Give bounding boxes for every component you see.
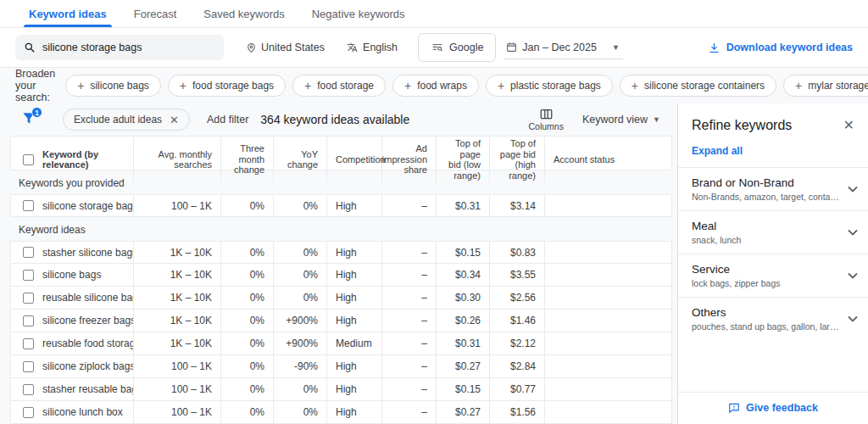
location-label: United States — [261, 42, 325, 53]
col-account-status[interactable]: Account status — [545, 137, 671, 182]
row-checkbox[interactable] — [23, 361, 34, 372]
refine-category-service[interactable]: Service lock bags, zipper bags — [678, 254, 868, 297]
plus-icon: + — [77, 79, 84, 92]
row-checkbox[interactable] — [23, 384, 34, 395]
broaden-chip[interactable]: +food storage — [292, 75, 386, 97]
col-competition[interactable]: Competition — [327, 137, 382, 182]
tab-forecast[interactable]: Forecast — [120, 0, 191, 27]
translate-icon — [347, 42, 359, 53]
download-icon — [708, 42, 721, 54]
search-query: silicone storage bags — [42, 42, 142, 53]
table-row[interactable]: silicone lunch box 100 – 1K 0% 0% High –… — [10, 401, 672, 424]
broaden-label: Broaden your search: — [15, 68, 55, 103]
filter-count-badge: 1 — [31, 107, 42, 118]
plus-icon: + — [404, 79, 411, 92]
download-keyword-ideas-button[interactable]: Download keyword ideas — [708, 42, 853, 54]
table-row[interactable]: silicone storage bags 100 – 1K 0% 0% Hig… — [10, 194, 672, 217]
col-three-month-change[interactable]: Three month change — [221, 137, 274, 182]
broaden-chip[interactable]: +food wraps — [392, 75, 479, 97]
network-label: Google — [449, 42, 483, 53]
col-top-of-page-bid-low[interactable]: Top of page bid (low range) — [437, 137, 490, 182]
table-row[interactable]: reusable silicone bags 1K – 10K 0% 0% Hi… — [10, 287, 672, 310]
date-range-selector[interactable]: Jan – Dec 2025 ▼ — [504, 36, 622, 59]
add-filter-button[interactable]: Add filter — [207, 114, 248, 126]
col-ad-impression-share[interactable]: Ad impression share — [382, 137, 437, 182]
close-icon[interactable]: ✕ — [170, 114, 179, 126]
refine-category-meal[interactable]: Meal snack, lunch — [678, 210, 868, 254]
broaden-chip[interactable]: +mylar storage bags — [783, 75, 868, 97]
language-label: English — [363, 42, 398, 53]
table-header: Keyword (by relevance) Avg. monthly sear… — [10, 136, 672, 170]
tab-negative-keywords[interactable]: Negative keywords — [298, 0, 419, 27]
plus-icon: + — [180, 79, 186, 92]
broaden-chip[interactable]: +silicone storage containers — [620, 75, 776, 97]
search-network-selector[interactable]: Google — [418, 33, 496, 62]
keyword-search-input[interactable]: silicone storage bags — [15, 35, 224, 60]
broaden-chip[interactable]: +silicone bags — [65, 75, 161, 97]
chevron-down-icon: ▼ — [612, 43, 620, 52]
plus-icon: + — [632, 79, 638, 92]
results-count: 364 keyword ideas available — [260, 113, 409, 126]
broaden-chip[interactable]: +plastic storage bags — [486, 75, 613, 97]
download-label: Download keyword ideas — [726, 42, 853, 53]
keyword-view-selector[interactable]: Keyword view ▼ — [582, 114, 660, 126]
refine-category-brand[interactable]: Brand or Non-Brand Non-Brands, amazon, t… — [678, 167, 868, 210]
location-pin-icon — [246, 42, 257, 53]
table-row[interactable]: silicone bags 1K – 10K 0% 0% High – $0.3… — [10, 264, 672, 287]
tab-saved-keywords[interactable]: Saved keywords — [190, 0, 298, 27]
chevron-down-icon — [848, 229, 858, 236]
feedback-icon — [728, 402, 740, 414]
tab-keyword-ideas[interactable]: Keyword ideas — [15, 0, 120, 27]
plus-icon: + — [498, 79, 504, 92]
expand-all-button[interactable]: Expand all — [678, 133, 868, 167]
columns-icon — [540, 109, 553, 120]
give-feedback-button[interactable]: Give feedback — [678, 392, 868, 424]
chevron-down-icon — [848, 315, 858, 322]
broaden-search-row: Broaden your search: +silicone bags +foo… — [0, 68, 868, 103]
filter-icon[interactable]: 1 — [20, 110, 39, 129]
refine-category-others[interactable]: Others pouches, stand up bags, gallon, l… — [678, 297, 868, 340]
close-icon[interactable]: ✕ — [843, 117, 854, 133]
chevron-down-icon — [848, 186, 858, 192]
exclude-adult-ideas-chip[interactable]: Exclude adult ideas ✕ — [63, 109, 190, 131]
row-checkbox[interactable] — [23, 315, 34, 326]
table-row[interactable]: stasher reusable bags 100 – 1K 0% 0% Hig… — [10, 378, 672, 401]
section-label: Keyword ideas — [10, 217, 672, 241]
keyword-table-area: 1 Exclude adult ideas ✕ Add filter 364 k… — [0, 103, 677, 424]
row-checkbox[interactable] — [23, 200, 34, 211]
row-checkbox[interactable] — [23, 293, 34, 304]
language-selector[interactable]: English — [347, 42, 398, 53]
search-settings-bar: silicone storage bags United States Engl… — [0, 28, 868, 68]
top-tab-bar: Keyword ideas Forecast Saved keywords Ne… — [0, 0, 868, 28]
row-checkbox[interactable] — [23, 247, 34, 258]
filter-toolbar: 1 Exclude adult ideas ✕ Add filter 364 k… — [10, 103, 672, 136]
plus-icon: + — [795, 79, 802, 92]
col-top-of-page-bid-high[interactable]: Top of page bid (high range) — [490, 137, 545, 182]
broaden-chip[interactable]: +food storage bags — [168, 75, 286, 97]
col-avg-monthly-searches[interactable]: Avg. monthly searches — [134, 137, 221, 182]
row-checkbox[interactable] — [23, 407, 34, 418]
location-selector[interactable]: United States — [246, 42, 325, 53]
table-row[interactable]: silicone freezer bags 1K – 10K 0% +900% … — [10, 310, 672, 332]
row-checkbox[interactable] — [23, 338, 34, 349]
table-row[interactable]: silicone ziplock bags 100 – 1K 0% -90% H… — [10, 355, 672, 378]
search-network-icon — [431, 42, 444, 53]
search-icon — [24, 42, 36, 53]
table-row[interactable]: reusable food storage bags 1K – 10K 0% +… — [10, 332, 672, 355]
row-checkbox[interactable] — [23, 270, 34, 281]
refine-keywords-panel: Refine keywords ✕ Expand all Brand or No… — [677, 103, 868, 424]
col-yoy-change[interactable]: YoY change — [274, 137, 327, 182]
select-all-checkbox[interactable] — [23, 154, 34, 165]
chevron-down-icon — [848, 272, 858, 279]
panel-title: Refine keywords — [692, 118, 792, 133]
chevron-down-icon: ▼ — [653, 115, 660, 124]
calendar-icon — [506, 42, 517, 53]
date-range-label: Jan – Dec 2025 — [522, 42, 597, 53]
table-row[interactable]: stasher silicone bags 1K – 10K 0% 0% Hig… — [10, 241, 672, 264]
columns-button[interactable]: Columns — [529, 109, 564, 131]
plus-icon: + — [304, 79, 311, 92]
